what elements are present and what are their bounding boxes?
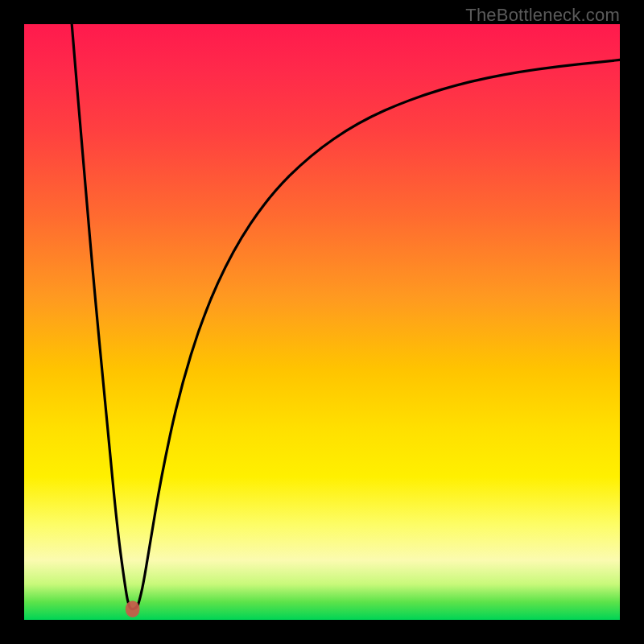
minimum-notch-marker [126, 601, 140, 617]
chart-frame: TheBottleneck.com [0, 0, 644, 644]
curve-layer [24, 24, 620, 620]
bottleneck-curve [72, 24, 620, 609]
plot-area [24, 24, 620, 620]
attribution-label: TheBottleneck.com [465, 5, 620, 26]
